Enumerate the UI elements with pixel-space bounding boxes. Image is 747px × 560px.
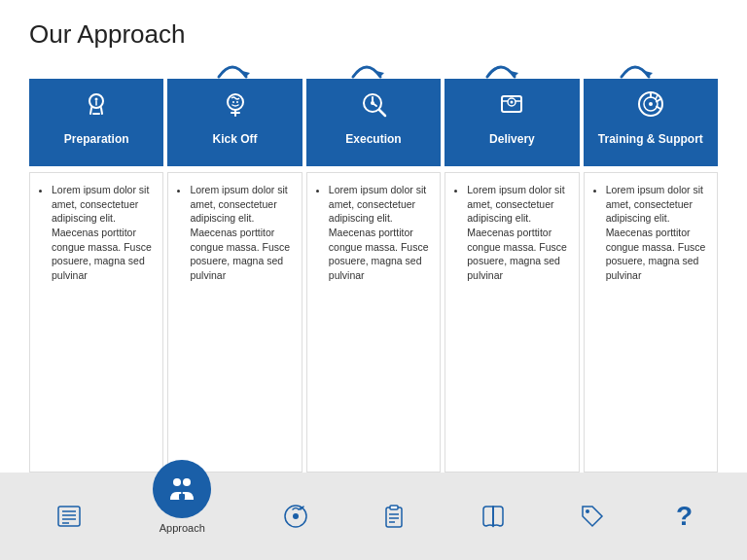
svg-point-33 [293,513,299,519]
arrow-2 [300,59,434,81]
arrow-row [165,59,718,81]
content-delivery-text: Lorem ipsum dolor sit amet, consectetuer… [467,183,570,283]
content-preparation-text: Lorem ipsum dolor sit amet, consectetuer… [52,183,155,283]
nav-question[interactable]: ? [676,503,693,530]
svg-point-8 [236,101,238,103]
content-preparation: Lorem ipsum dolor sit amet, consectetuer… [29,172,163,472]
content-execution: Lorem ipsum dolor sit amet, consectetuer… [306,172,441,472]
preparation-title: Preparation [64,132,129,146]
nav-book[interactable] [479,502,508,531]
approach-icon [165,472,198,506]
page-title: Our Approach [29,19,718,50]
delivery-title: Delivery [489,132,535,146]
execution-icon [358,88,389,126]
content-kickoff-text: Lorem ipsum dolor sit amet, consectetuer… [190,183,293,283]
content-training-support: Lorem ipsum dolor sit amet, consectetuer… [584,172,718,472]
svg-point-7 [232,101,234,103]
nav-clipboard[interactable] [379,502,409,531]
arrow-icon-2 [349,59,384,81]
content-row: Lorem ipsum dolor sit amet, consectetuer… [29,172,718,472]
steps-row: Preparation Kick Off [29,79,718,166]
nav-approach-circle [153,460,211,518]
svg-point-29 [183,478,191,486]
execution-title: Execution [345,132,401,146]
nav-list[interactable] [54,502,84,531]
content-training-support-text: Lorem ipsum dolor sit amet, consectetuer… [606,183,709,283]
arrow-4 [568,59,702,81]
step-kickoff: Kick Off [167,79,302,166]
bottom-navigation: Approach [0,472,747,560]
kickoff-title: Kick Off [213,132,258,146]
content-execution-text: Lorem ipsum dolor sit amet, consectetuer… [329,183,432,283]
book-icon [479,502,508,531]
arrow-icon-4 [618,59,653,81]
slide: Our Approach [0,0,747,560]
preparation-icon [81,88,112,126]
svg-line-20 [657,99,660,102]
svg-line-21 [657,107,660,110]
approach-label: Approach [160,522,205,534]
nav-approach-wrapper[interactable]: Approach [153,479,211,534]
tag-icon [578,502,607,531]
question-mark-icon: ? [676,503,693,530]
nav-tag[interactable] [578,502,607,531]
content-kickoff: Lorem ipsum dolor sit amet, consectetuer… [167,172,302,472]
arrow-icon-1 [215,59,250,81]
nav-target[interactable] [281,502,310,531]
svg-rect-35 [390,506,398,509]
svg-line-22 [656,95,658,99]
step-training-support: Training & Support [584,79,718,166]
svg-point-40 [586,509,589,513]
arrow-3 [434,59,568,81]
target-icon [281,502,310,531]
svg-point-28 [173,478,181,486]
svg-point-6 [228,94,243,110]
delivery-icon [496,88,527,126]
training-support-title: Training & Support [598,132,703,146]
arrow-1 [165,59,300,81]
svg-point-18 [649,102,653,106]
svg-rect-34 [386,508,402,527]
arrow-icon-3 [483,59,518,81]
training-support-icon [635,88,666,126]
content-delivery: Lorem ipsum dolor sit amet, consectetuer… [445,172,579,472]
svg-point-10 [371,101,374,105]
step-execution: Execution [306,79,441,166]
kickoff-icon [220,88,251,126]
svg-point-5 [95,98,98,101]
step-delivery: Delivery [445,79,579,166]
step-preparation: Preparation [29,79,163,166]
svg-point-13 [511,101,514,104]
svg-rect-30 [179,494,185,500]
list-icon [54,502,84,531]
clipboard-icon [379,502,409,531]
